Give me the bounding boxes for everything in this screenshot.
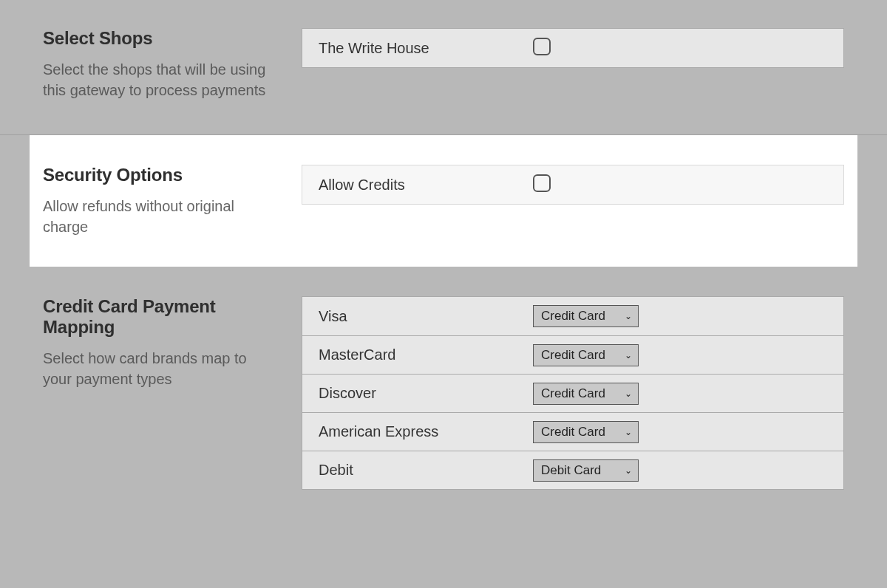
allow-credits-label: Allow Credits [319,177,533,194]
card-mapping-panel: VisaCredit Card⌄MasterCardCredit Card⌄Di… [302,296,844,490]
allow-credits-row[interactable]: Allow Credits [302,165,843,204]
mapping-row: VisaCredit Card⌄ [302,297,843,335]
mapping-row: DiscoverCredit Card⌄ [302,374,843,412]
select-shops-title: Select Shops [43,28,279,49]
allow-credits-checkbox[interactable] [533,174,551,192]
mapping-row: DebitDebit Card⌄ [302,451,843,489]
section-security-options: Security Options Allow refunds without o… [30,135,857,267]
security-options-title: Security Options [43,165,279,185]
shop-option-label: The Write House [319,40,533,57]
mapping-select[interactable]: Credit Card⌄ [533,421,639,443]
mapping-row: MasterCardCredit Card⌄ [302,335,843,374]
chevron-down-icon: ⌄ [625,466,632,475]
select-shops-panel: The Write House [302,28,844,68]
mapping-select-value: Credit Card [541,386,605,401]
shop-option-row[interactable]: The Write House [302,29,843,67]
card-mapping-title: Credit Card Payment Mapping [43,296,279,338]
chevron-down-icon: ⌄ [625,312,632,321]
chevron-down-icon: ⌄ [625,389,632,398]
mapping-select-value: Credit Card [541,309,605,324]
shop-option-checkbox[interactable] [533,38,551,55]
chevron-down-icon: ⌄ [625,428,632,437]
mapping-select[interactable]: Credit Card⌄ [533,305,639,327]
mapping-select-value: Debit Card [541,463,601,478]
select-shops-desc: Select the shops that will be using this… [43,59,279,100]
mapping-select-value: Credit Card [541,348,605,363]
mapping-brand-label: Debit [319,462,533,479]
mapping-select[interactable]: Credit Card⌄ [533,344,639,366]
mapping-brand-label: Discover [319,385,533,402]
security-options-panel: Allow Credits [302,165,844,205]
security-options-desc: Allow refunds without original charge [43,196,279,237]
section-card-mapping: Credit Card Payment Mapping Select how c… [0,267,887,534]
section-select-shops: Select Shops Select the shops that will … [0,0,887,135]
mapping-brand-label: American Express [319,423,533,440]
mapping-brand-label: MasterCard [319,346,533,363]
mapping-brand-label: Visa [319,308,533,325]
chevron-down-icon: ⌄ [625,351,632,360]
mapping-select[interactable]: Credit Card⌄ [533,383,639,405]
mapping-select-value: Credit Card [541,425,605,440]
card-mapping-desc: Select how card brands map to your payme… [43,348,279,389]
mapping-select[interactable]: Debit Card⌄ [533,459,639,482]
mapping-row: American ExpressCredit Card⌄ [302,412,843,451]
